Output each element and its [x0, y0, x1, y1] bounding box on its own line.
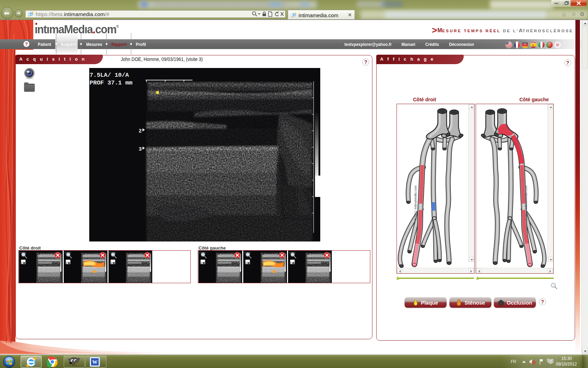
svg-text:3: 3 [139, 146, 142, 152]
svg-text:PROF 37.1 mm: PROF 37.1 mm [90, 80, 132, 86]
svg-text:7.5LA/ 10/A: 7.5LA/ 10/A [90, 72, 129, 79]
svg-text:W75 G50: W75 G50 [244, 252, 251, 254]
svg-text:W75 G50: W75 G50 [289, 252, 296, 254]
svg-text:W: W [92, 359, 98, 365]
svg-text:W75 G50: W75 G50 [199, 252, 206, 254]
svg-text:W75 G50: W75 G50 [109, 252, 116, 254]
svg-text:W75 G50: W75 G50 [64, 252, 71, 254]
svg-text:2: 2 [139, 128, 142, 134]
svg-text:© 2011 IntimaMedia.com: © 2011 IntimaMedia.com [524, 185, 528, 220]
svg-text:© 2011 IntimaMedia.com: © 2011 IntimaMedia.com [414, 185, 417, 220]
svg-text:W75 G50: W75 G50 [20, 252, 27, 254]
